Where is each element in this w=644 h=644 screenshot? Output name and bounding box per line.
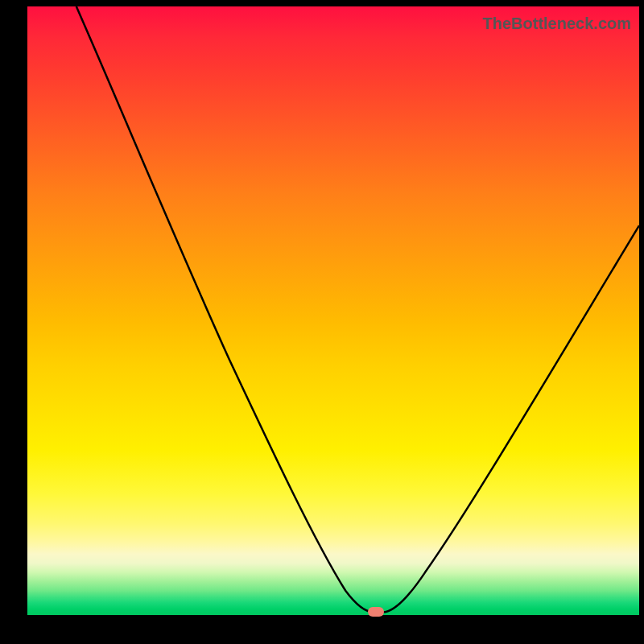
watermark-text: TheBottleneck.com	[483, 14, 631, 33]
chart-plot-area: TheBottleneck.com	[27, 6, 639, 615]
optimal-point-marker	[368, 607, 384, 617]
bottleneck-curve-line	[76, 6, 639, 612]
bottleneck-curve-svg	[27, 6, 639, 615]
